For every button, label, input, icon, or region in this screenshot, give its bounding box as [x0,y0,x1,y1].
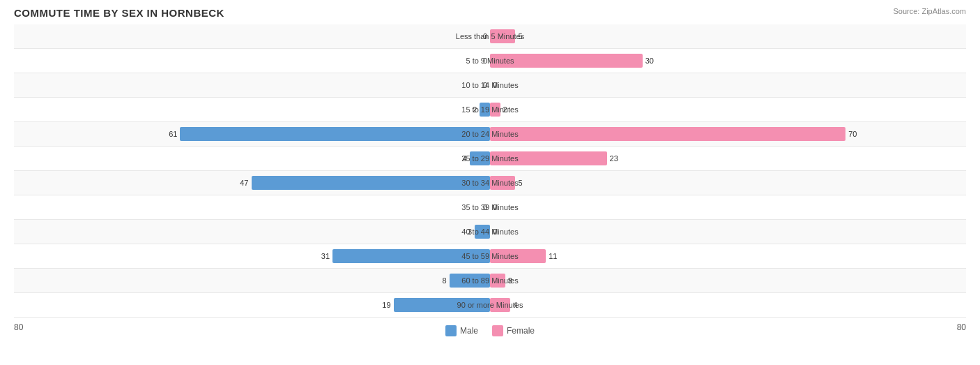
right-section: 70 [490,122,966,146]
row-label: 25 to 29 Minutes [461,154,518,163]
left-section: 8 [14,269,490,292]
row-label: Less than 5 Minutes [456,32,524,40]
row-label: 35 to 39 Minutes [461,203,518,211]
male-label: Male [460,326,478,336]
bar-row: 340 to 44 Minutes0 [14,220,966,244]
bar-row: 035 to 39 Minutes0 [14,195,966,220]
left-section: 0 [14,49,490,73]
legend: Male Female [445,325,535,336]
left-section: 0 [14,24,490,48]
axis-left: 80 [14,322,23,336]
left-section: 4 [14,147,490,170]
male-value: 31 [321,252,330,260]
legend-female: Female [492,325,535,336]
row-label: 10 to 14 Minutes [461,81,518,89]
right-section: 5 [490,171,966,195]
female-value: 11 [549,252,557,260]
axis-labels: 80 Male Female 80 [14,320,966,339]
chart-area: 0Less than 5 Minutes505 to 9 Minutes3001… [14,24,966,320]
right-section: 0 [490,220,966,244]
right-section: 3 [490,269,966,292]
male-value: 19 [382,301,390,309]
bar-row: 0Less than 5 Minutes5 [14,24,966,49]
right-section: 5 [490,24,966,48]
left-section: 3 [14,220,490,244]
right-section: 11 [490,244,966,268]
female-value: 70 [848,130,857,138]
row-label: 60 to 89 Minutes [461,276,518,285]
source-label: Source: ZipAtlas.com [893,7,966,15]
female-bar [490,127,845,141]
bar-row: 4730 to 34 Minutes5 [14,171,966,195]
right-section: 0 [490,195,966,219]
row-label: 15 to 19 Minutes [461,105,518,114]
legend-male: Male [445,325,478,336]
female-value: 30 [645,57,654,65]
left-section: 2 [14,98,490,121]
male-bar [252,176,491,190]
row-label: 5 to 9 Minutes [466,57,514,65]
bar-row: 425 to 29 Minutes23 [14,147,966,171]
right-section: 0 [490,73,966,97]
male-value: 8 [443,276,447,285]
female-value: 5 [518,179,522,187]
row-label: 30 to 34 Minutes [461,179,518,187]
axis-right: 80 [957,322,966,336]
row-label: 40 to 44 Minutes [461,228,518,236]
bar-row: 215 to 19 Minutes2 [14,98,966,122]
female-value: 23 [610,154,618,163]
right-section: 2 [490,98,966,121]
bar-row: 1990 or more Minutes4 [14,293,966,318]
left-section: 0 [14,195,490,219]
left-section: 31 [14,244,490,268]
left-section: 19 [14,293,490,317]
row-label: 20 to 24 Minutes [461,130,518,138]
bar-row: 860 to 89 Minutes3 [14,269,966,293]
male-value: 47 [240,179,248,187]
bar-row: 05 to 9 Minutes30 [14,49,966,73]
left-section: 47 [14,171,490,195]
left-section: 0 [14,73,490,97]
chart-title: COMMUTE TIME BY SEX IN HORNBECK [14,7,966,19]
row-label: 45 to 59 Minutes [461,252,518,260]
female-label: Female [507,326,535,336]
row-label: 90 or more Minutes [457,301,523,309]
right-section: 23 [490,147,966,170]
left-section: 61 [14,122,490,146]
right-section: 4 [490,293,966,317]
male-legend-box [445,325,457,336]
male-value: 61 [169,130,177,138]
right-section: 30 [490,49,966,73]
chart-container: COMMUTE TIME BY SEX IN HORNBECK Source: … [0,0,980,365]
bar-row: 6120 to 24 Minutes70 [14,122,966,147]
bar-row: 010 to 14 Minutes0 [14,73,966,98]
bar-row: 3145 to 59 Minutes11 [14,244,966,269]
male-bar [180,127,490,141]
female-legend-box [492,325,503,336]
